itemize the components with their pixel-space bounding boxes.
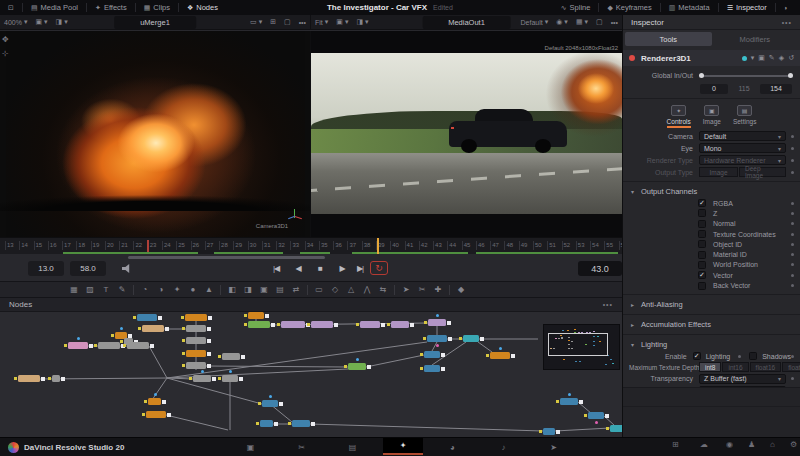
page-fairlight[interactable]: ♪ xyxy=(495,440,512,455)
left-viewer-guides-button[interactable]: ⊞ xyxy=(266,18,280,26)
left-viewer-zoom-dropdown[interactable]: 400%▾ xyxy=(0,18,31,26)
metadata-button[interactable]: ▥ Metadata xyxy=(661,0,718,15)
playhead[interactable] xyxy=(377,238,379,254)
lighting-section-header[interactable]: ▾ Lighting xyxy=(623,338,800,351)
graph-node[interactable] xyxy=(360,321,380,328)
modifier-dot[interactable] xyxy=(791,147,794,150)
eye-dropdown[interactable]: Mono▾ xyxy=(699,143,786,153)
modifier-dot[interactable] xyxy=(791,274,794,277)
tab-controls[interactable]: ✦ Controls xyxy=(667,105,691,128)
graph-node[interactable] xyxy=(18,375,40,382)
right-viewer-gamut-dropdown[interactable]: ◉▾ xyxy=(552,18,572,26)
tool-icon[interactable]: ◔ xyxy=(137,285,153,294)
graph-node[interactable] xyxy=(391,321,409,328)
graph-node[interactable] xyxy=(424,365,440,372)
spline-button[interactable]: ∿ Spline xyxy=(553,0,599,15)
graph-node[interactable] xyxy=(142,325,164,332)
out-handle[interactable] xyxy=(788,73,793,78)
tab-settings[interactable]: ▤ Settings xyxy=(733,105,757,128)
page-deliver[interactable]: ➤ xyxy=(545,440,562,455)
timeline-ruler[interactable]: 1314151617181920212223242526272829303132… xyxy=(0,237,622,254)
graph-node[interactable] xyxy=(424,351,440,358)
channel-checkbox[interactable]: ✓ xyxy=(698,199,706,207)
keyframes-button[interactable]: ◆ Keyframes xyxy=(599,0,659,15)
inspector-options-menu[interactable]: ••• xyxy=(782,19,792,26)
lighting-checkbox[interactable]: ✓ xyxy=(693,352,701,360)
stop-button[interactable]: ■ xyxy=(312,261,328,276)
channel-checkbox[interactable] xyxy=(698,230,706,238)
layers-icon[interactable]: ⊞ xyxy=(672,440,679,449)
render-out-field[interactable]: 58.0 xyxy=(70,261,106,276)
tool-icon[interactable]: ● xyxy=(185,285,201,294)
page-cut[interactable]: ✂ xyxy=(293,440,310,455)
tool-icon[interactable]: ✂ xyxy=(414,285,430,294)
graph-node[interactable] xyxy=(248,321,270,328)
channel-checkbox[interactable] xyxy=(698,251,706,259)
versions-icon[interactable]: ▣ xyxy=(758,54,765,62)
timeline-scrollbar[interactable] xyxy=(128,256,325,259)
settings-icon[interactable]: ⚙ xyxy=(790,440,797,449)
graph-node[interactable] xyxy=(148,398,161,405)
modifier-dot[interactable] xyxy=(791,212,794,215)
graph-node[interactable] xyxy=(463,335,479,342)
modifier-dot[interactable] xyxy=(791,243,794,246)
modifier-dot[interactable] xyxy=(791,222,794,225)
shadows-checkbox[interactable] xyxy=(749,352,757,360)
node-graph-minimap[interactable] xyxy=(543,324,620,370)
minimap-viewport[interactable] xyxy=(548,333,608,356)
graph-node[interactable] xyxy=(137,314,157,321)
reset-icon[interactable]: ↺ xyxy=(788,54,794,62)
graph-node[interactable] xyxy=(348,363,366,370)
inspector-button[interactable]: ☰ Inspector xyxy=(719,0,775,15)
modifier-dot[interactable] xyxy=(791,253,794,256)
graph-node[interactable] xyxy=(52,375,60,382)
tool-icon[interactable]: ◇ xyxy=(327,285,343,294)
play-button[interactable]: ▶ xyxy=(334,261,350,276)
graph-node[interactable] xyxy=(610,425,622,432)
remote-icon[interactable]: ◉ xyxy=(726,440,733,449)
tab-modifiers[interactable]: Modifiers xyxy=(712,32,799,46)
tool-icon[interactable]: ✦ xyxy=(169,285,185,294)
layout-switcher-button[interactable]: ⊡ xyxy=(0,0,22,15)
modifier-dot[interactable] xyxy=(791,263,794,266)
tab-image[interactable]: ▣ Image xyxy=(703,105,721,128)
media-pool-button[interactable]: ▤ Media Pool xyxy=(23,0,86,15)
texture-depth-float16[interactable]: float16 xyxy=(750,362,782,372)
graph-node[interactable] xyxy=(428,319,446,326)
graph-node[interactable] xyxy=(588,412,604,419)
render-in-field[interactable]: 13.0 xyxy=(28,261,64,276)
modifier-dot[interactable] xyxy=(791,202,794,205)
graph-node[interactable] xyxy=(427,335,447,342)
global-in-out-slider[interactable] xyxy=(700,75,792,77)
audio-mute-icon[interactable] xyxy=(122,264,132,273)
go-to-first-frame-button[interactable]: |◀ xyxy=(268,261,284,276)
tool-icon[interactable]: ▦ xyxy=(66,285,82,294)
effects-button[interactable]: ✦ Effects xyxy=(87,0,135,15)
tool-icon[interactable]: ▨ xyxy=(82,285,98,294)
graph-node[interactable] xyxy=(560,398,578,405)
modifier-dot[interactable] xyxy=(791,284,794,287)
clips-button[interactable]: ▦ Clips xyxy=(136,0,178,15)
left-viewer-split-dropdown[interactable]: ◨▾ xyxy=(52,18,72,26)
in-handle[interactable] xyxy=(699,73,704,78)
output-channels-section-header[interactable]: ▾ Output Channels xyxy=(623,185,800,198)
channel-checkbox[interactable] xyxy=(698,282,706,290)
graph-node[interactable] xyxy=(260,420,273,427)
graph-node[interactable] xyxy=(311,321,333,328)
graph-node[interactable] xyxy=(193,375,211,382)
current-frame-field[interactable]: 43.0 xyxy=(578,261,622,276)
tool-icon[interactable]: ▭ xyxy=(311,285,327,294)
right-viewer-zoom-dropdown[interactable]: Fit▾ xyxy=(311,18,332,26)
global-in-field[interactable]: 0 xyxy=(700,84,728,94)
tool-icon[interactable]: ✚ xyxy=(430,285,446,294)
graph-node[interactable] xyxy=(98,342,120,349)
node-graph[interactable] xyxy=(0,312,622,437)
graph-node[interactable] xyxy=(186,350,206,357)
graph-node[interactable] xyxy=(186,362,206,369)
tab-tools[interactable]: Tools xyxy=(625,32,712,46)
graph-node[interactable] xyxy=(186,337,206,344)
texture-depth-int8[interactable]: int8 xyxy=(699,362,721,372)
right-viewer-split-dropdown[interactable]: ◨▾ xyxy=(352,18,372,26)
graph-node[interactable] xyxy=(281,321,305,328)
tool-icon[interactable]: ◨ xyxy=(240,285,256,294)
